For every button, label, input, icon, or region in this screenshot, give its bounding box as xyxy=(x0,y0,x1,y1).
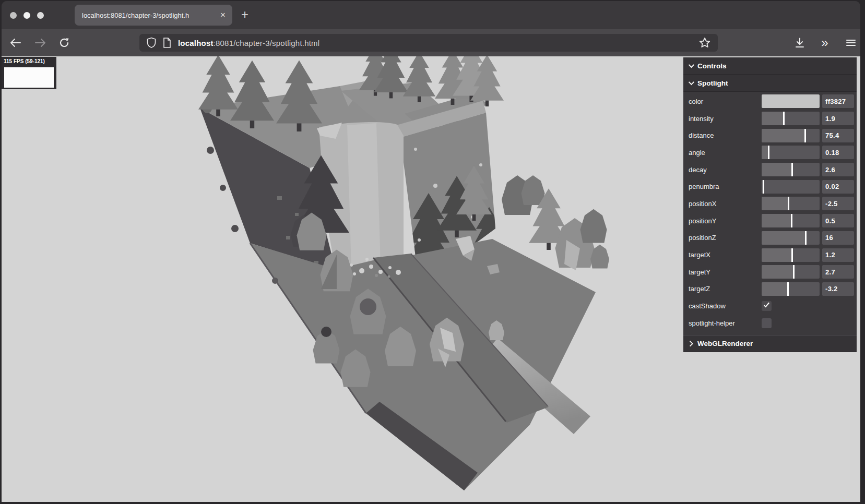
slider-distance[interactable] xyxy=(762,129,820,142)
browser-window: localhost:8081/chapter-3/spotlight.h × +… xyxy=(2,1,860,502)
url-path: :8081/chapter-3/spotlight.html xyxy=(214,39,320,47)
star-icon xyxy=(698,36,712,50)
control-row-targety: targetY2.7 xyxy=(683,263,857,281)
folder-title-label: WebGLRenderer xyxy=(697,340,753,347)
url-bar[interactable]: localhost:8081/chapter-3/spotlight.html xyxy=(139,34,718,52)
slider-angle[interactable] xyxy=(762,146,820,159)
checkmark-icon xyxy=(764,302,769,308)
zoom-window-icon[interactable] xyxy=(37,12,44,19)
control-label: angle xyxy=(689,149,762,157)
value-field-intensity[interactable]: 1.9 xyxy=(822,112,854,125)
control-row-penumbra: penumbra0.02 xyxy=(683,178,857,195)
value-field-positiony[interactable]: 0.5 xyxy=(822,214,854,227)
value-field-penumbra[interactable]: 0.02 xyxy=(822,180,854,194)
tab-title-fade xyxy=(197,5,219,26)
slider-knob[interactable] xyxy=(788,197,789,210)
slider-positiony[interactable] xyxy=(762,214,820,227)
slider-intensity[interactable] xyxy=(762,112,820,125)
slider-knob[interactable] xyxy=(791,214,792,227)
minimize-window-icon[interactable] xyxy=(23,12,30,19)
slider-targetz[interactable] xyxy=(762,282,820,296)
shield-icon[interactable] xyxy=(146,37,157,49)
value-field-decay[interactable]: 2.6 xyxy=(822,163,854,176)
slider-fill xyxy=(762,146,768,159)
folder-title-webglrenderer[interactable]: WebGLRenderer xyxy=(683,335,857,352)
value-field-positionx[interactable]: -2.5 xyxy=(822,197,854,210)
browser-titlebar: localhost:8081/chapter-3/spotlight.h × + xyxy=(2,1,860,29)
close-window-icon[interactable] xyxy=(10,12,17,19)
fps-stats-panel[interactable]: 115 FPS (59-121) xyxy=(2,57,56,89)
control-row-positiony: positionY0.5 xyxy=(683,212,857,230)
url-text: localhost:8081/chapter-3/spotlight.html xyxy=(178,39,319,47)
forward-button[interactable] xyxy=(32,35,48,51)
back-button[interactable] xyxy=(8,35,23,51)
control-row-spotlight-helper: spotlight-helper xyxy=(683,315,857,332)
slider-targety[interactable] xyxy=(762,265,820,279)
slider-fill xyxy=(762,129,805,142)
app-menu-button[interactable] xyxy=(843,35,859,51)
control-row-targetz: targetZ-3.2 xyxy=(683,281,857,298)
control-row-positionz: positionZ16 xyxy=(683,230,857,247)
fps-graph xyxy=(4,67,54,88)
page-content: 115 FPS (59-121) ControlsSpotlightcolorf… xyxy=(2,56,860,502)
value-field-targetx[interactable]: 1.2 xyxy=(822,248,854,262)
control-label: positionY xyxy=(689,217,762,225)
page-info-icon[interactable] xyxy=(162,37,172,49)
folder-title-controls[interactable]: Controls xyxy=(683,57,857,75)
bookmark-button[interactable] xyxy=(698,36,712,52)
traffic-lights xyxy=(10,12,44,19)
color-swatch[interactable] xyxy=(762,94,820,108)
folder-title-label: Controls xyxy=(697,62,727,70)
control-row-decay: decay2.6 xyxy=(683,161,857,178)
slider-knob[interactable] xyxy=(787,282,789,296)
folder-title-spotlight[interactable]: Spotlight xyxy=(683,75,857,92)
downloads-button[interactable] xyxy=(792,35,808,51)
screenshot-frame: localhost:8081/chapter-3/spotlight.h × +… xyxy=(0,0,865,504)
value-field-distance[interactable]: 75.4 xyxy=(822,129,854,142)
slider-fill xyxy=(762,112,784,125)
slider-fill xyxy=(762,248,792,262)
checkbox-castshadow-checked[interactable] xyxy=(762,301,772,311)
value-field-angle[interactable]: 0.18 xyxy=(822,146,854,159)
control-label: spotlight-helper xyxy=(689,319,762,327)
control-row-castshadow: castShadow xyxy=(683,297,857,315)
new-tab-button[interactable]: + xyxy=(238,8,252,22)
value-field-positionz[interactable]: 16 xyxy=(822,231,854,245)
value-field-color[interactable]: ff3827 xyxy=(822,94,854,108)
slider-knob[interactable] xyxy=(793,265,795,279)
slider-fill xyxy=(762,163,792,176)
browser-tab[interactable]: localhost:8081/chapter-3/spotlight.h × xyxy=(75,5,232,26)
chevron-down-icon xyxy=(689,62,694,68)
tab-close-icon[interactable]: × xyxy=(217,9,229,21)
control-row-targetx: targetX1.2 xyxy=(683,246,857,263)
slider-penumbra[interactable] xyxy=(762,180,820,194)
slider-knob[interactable] xyxy=(805,231,807,245)
slider-knob[interactable] xyxy=(763,180,764,194)
control-label: decay xyxy=(689,166,762,174)
download-icon xyxy=(793,37,806,49)
control-row-intensity: intensity1.9 xyxy=(683,110,857,127)
control-label: castShadow xyxy=(689,302,762,310)
reload-button[interactable] xyxy=(56,35,72,51)
gui-panel: ControlsSpotlightcolorff3827intensity1.9… xyxy=(683,57,857,352)
slider-fill xyxy=(762,214,791,227)
value-field-targety[interactable]: 2.7 xyxy=(822,265,854,279)
folder-title-label: Spotlight xyxy=(697,79,728,87)
control-label: targetY xyxy=(689,268,762,276)
control-row-distance: distance75.4 xyxy=(683,127,857,144)
checkbox-spotlight-helper-unchecked[interactable] xyxy=(762,318,772,328)
slider-knob[interactable] xyxy=(804,129,806,142)
slider-knob[interactable] xyxy=(791,248,793,262)
value-field-targetz[interactable]: -3.2 xyxy=(822,282,854,296)
slider-decay[interactable] xyxy=(762,163,820,176)
hamburger-menu-icon xyxy=(845,37,857,49)
slider-knob[interactable] xyxy=(791,163,793,176)
control-label: targetZ xyxy=(689,285,762,293)
slider-knob[interactable] xyxy=(783,112,785,125)
slider-positionx[interactable] xyxy=(762,197,820,210)
slider-positionz[interactable] xyxy=(762,231,820,245)
chevron-right-icon xyxy=(688,341,693,346)
toolbar-overflow-button[interactable]: » xyxy=(817,35,833,51)
slider-targetx[interactable] xyxy=(762,248,820,262)
slider-knob[interactable] xyxy=(768,146,769,159)
